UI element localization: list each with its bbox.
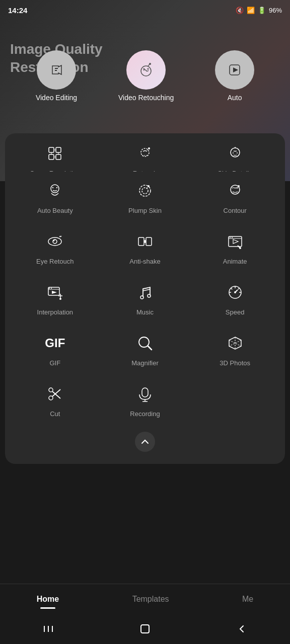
battery-icon: 🔋 xyxy=(258,7,266,14)
svg-point-3 xyxy=(143,68,145,70)
svg-point-4 xyxy=(148,68,149,70)
auto-circle xyxy=(215,50,254,90)
tool-plump-skin[interactable]: Plump Skin xyxy=(100,172,190,222)
svg-point-22 xyxy=(51,185,59,193)
svg-point-30 xyxy=(238,185,240,187)
nav-home[interactable]: Home xyxy=(37,595,59,604)
nav-templates[interactable]: Templates xyxy=(132,595,169,604)
svg-point-46 xyxy=(49,288,50,289)
3d-photos-icon xyxy=(224,332,246,354)
tool-animate[interactable]: Animate xyxy=(190,222,280,273)
tool-gif[interactable]: GIF GIF xyxy=(10,324,100,375)
mute-icon: 🔇 xyxy=(236,7,244,14)
svg-rect-35 xyxy=(146,237,152,246)
tool-contour[interactable]: Contour xyxy=(190,172,280,222)
app-icons-row: Video Editing Video Retouching Auto xyxy=(0,50,290,102)
tool-3d-photos[interactable]: 3D Photos xyxy=(190,324,280,375)
animate-icon xyxy=(224,230,246,253)
svg-point-26 xyxy=(142,188,148,194)
collapse-button[interactable] xyxy=(135,432,155,452)
app-icon-auto[interactable]: Auto xyxy=(215,50,254,102)
svg-point-5 xyxy=(149,63,151,65)
svg-marker-7 xyxy=(233,67,238,72)
tool-interpolation[interactable]: Interpolation xyxy=(10,273,100,324)
tools-grid: Auto Beauty Plump Skin xyxy=(10,172,280,426)
top-tools-row: Super Resolution Retouch xyxy=(10,141,280,172)
magnifier-icon xyxy=(134,332,156,354)
main-panel: Super Resolution Retouch xyxy=(5,133,285,464)
auto-beauty-label: Auto Beauty xyxy=(37,207,73,214)
tool-eye-retouch[interactable]: Eye Retouch xyxy=(10,222,100,273)
skin-details-icon xyxy=(224,142,246,165)
sys-menu-button[interactable] xyxy=(38,619,58,639)
recording-label: Recording xyxy=(130,410,160,418)
tool-super-resolution[interactable]: Super Resolution xyxy=(10,141,100,172)
app-icon-video-retouching[interactable]: Video Retouching xyxy=(118,50,174,102)
svg-point-20 xyxy=(233,152,234,153)
plump-skin-label: Plump Skin xyxy=(128,207,162,214)
bottom-nav: Home Templates Me xyxy=(0,584,290,614)
svg-rect-8 xyxy=(49,147,54,152)
gif-label: GIF xyxy=(49,359,60,367)
status-icons: 🔇 📶 🔋 96% xyxy=(236,7,282,14)
empty-slot xyxy=(190,375,280,426)
interpolation-icon xyxy=(44,281,66,303)
svg-point-41 xyxy=(232,237,233,238)
svg-marker-38 xyxy=(233,239,238,244)
music-icon xyxy=(134,281,156,303)
svg-point-47 xyxy=(51,288,52,289)
svg-point-50 xyxy=(59,298,61,300)
interpolation-label: Interpolation xyxy=(37,308,74,316)
nav-home-label: Home xyxy=(37,595,59,604)
svg-rect-75 xyxy=(141,625,149,633)
magnifier-label: Magnifier xyxy=(131,359,158,367)
sys-back-button[interactable] xyxy=(232,619,252,639)
svg-point-63 xyxy=(139,337,149,347)
svg-point-23 xyxy=(52,187,53,188)
svg-line-64 xyxy=(148,346,152,350)
3d-photos-label: 3D Photos xyxy=(220,359,250,367)
signal-icon: 📶 xyxy=(247,7,255,14)
retouch-icon xyxy=(134,142,156,165)
speed-label: Speed xyxy=(226,308,245,316)
tool-magnifier[interactable]: Magnifier xyxy=(100,324,190,375)
video-retouching-circle xyxy=(126,50,166,90)
svg-point-33 xyxy=(53,240,55,242)
tool-music[interactable]: Music xyxy=(100,273,190,324)
svg-line-59 xyxy=(231,288,232,290)
tool-skin-details[interactable]: Skin Details xyxy=(190,141,280,172)
tool-recording[interactable]: Recording xyxy=(100,375,190,426)
svg-rect-11 xyxy=(56,154,61,159)
status-time: 14:24 xyxy=(8,6,27,15)
app-icon-video-editing[interactable]: Video Editing xyxy=(36,50,77,102)
animate-label: Animate xyxy=(223,258,247,265)
svg-point-53 xyxy=(148,294,151,297)
svg-point-27 xyxy=(148,185,150,187)
svg-point-43 xyxy=(239,247,241,249)
svg-point-66 xyxy=(49,388,53,392)
eye-retouch-icon xyxy=(44,230,66,253)
svg-point-21 xyxy=(237,152,238,153)
system-nav xyxy=(0,614,290,644)
nav-me[interactable]: Me xyxy=(242,595,253,604)
battery-percent: 96% xyxy=(269,7,282,14)
cut-label: Cut xyxy=(50,410,60,418)
sys-home-button[interactable] xyxy=(135,619,155,639)
tool-auto-beauty[interactable]: Auto Beauty xyxy=(10,172,100,222)
tool-speed[interactable]: Speed xyxy=(190,273,280,324)
plump-skin-icon xyxy=(134,180,156,202)
svg-rect-69 xyxy=(142,388,148,397)
nav-templates-label: Templates xyxy=(132,595,169,604)
cut-icon xyxy=(44,383,66,405)
tool-cut[interactable]: Cut xyxy=(10,375,100,426)
contour-icon xyxy=(224,180,246,202)
video-retouching-label: Video Retouching xyxy=(118,94,174,102)
auto-beauty-icon xyxy=(44,180,66,202)
auto-label: Auto xyxy=(228,94,242,102)
tool-retouch[interactable]: Retouch xyxy=(100,141,190,172)
super-resolution-icon xyxy=(44,142,66,165)
svg-rect-9 xyxy=(56,147,61,152)
tool-anti-shake[interactable]: Anti-shake xyxy=(100,222,190,273)
svg-point-24 xyxy=(56,187,57,188)
svg-point-62 xyxy=(234,291,236,293)
